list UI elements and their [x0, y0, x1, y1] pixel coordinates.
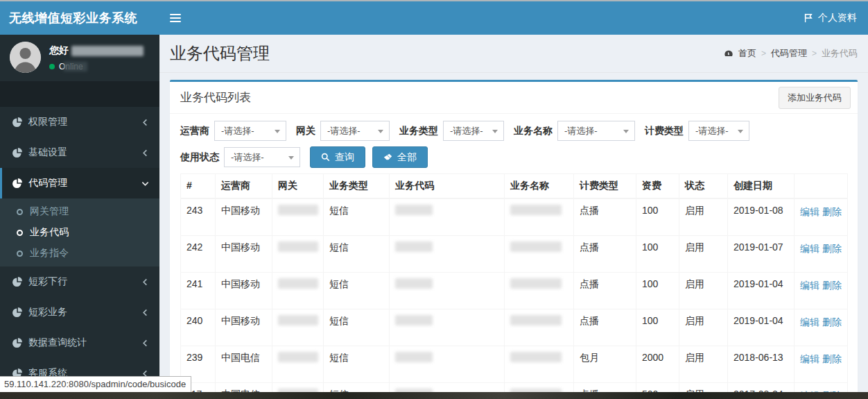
greeting-label: 您好 — [49, 44, 69, 57]
caret-down-icon — [738, 130, 743, 133]
edit-link[interactable]: 编辑 — [800, 206, 819, 217]
table-row: 240中国移动短信点播100启用2019-01-04编辑 删除 — [181, 309, 848, 346]
sidebar-divider — [0, 81, 159, 107]
table-cell-busi_type: 短信 — [324, 382, 390, 392]
table-cell-fee: 100 — [636, 198, 679, 235]
breadcrumb-home[interactable]: 首页 — [738, 47, 756, 60]
column-header: 运营商 — [216, 174, 272, 199]
redacted-value — [278, 278, 318, 289]
column-header: 业务类型 — [324, 174, 390, 199]
redacted-value — [510, 315, 562, 325]
busi-name-select[interactable]: -请选择- — [557, 121, 635, 141]
column-header: 业务名称 — [505, 174, 574, 199]
profile-link[interactable]: 个人资料 — [792, 1, 868, 35]
delete-link[interactable]: 删除 — [822, 280, 842, 291]
table-cell-name — [505, 309, 574, 346]
edit-link[interactable]: 编辑 — [800, 243, 819, 254]
flag-icon — [804, 13, 813, 23]
select-placeholder: -请选择- — [450, 125, 483, 137]
use-status-select[interactable]: -请选择- — [224, 147, 300, 167]
delete-link[interactable]: 删除 — [822, 206, 842, 217]
edit-link[interactable]: 编辑 — [800, 316, 819, 328]
sidebar-item[interactable]: 权限管理 — [0, 107, 159, 137]
billing-type-filter-label: 计费类型 — [645, 125, 684, 137]
table-cell-fee: 100 — [636, 309, 679, 346]
redacted-value — [278, 352, 318, 362]
online-status-label: Online — [59, 62, 83, 71]
table-cell-operator: 中国移动 — [216, 235, 272, 272]
show-all-button[interactable]: 全部 — [372, 146, 428, 168]
table-cell-fee: 100 — [636, 272, 679, 309]
redacted-value — [510, 352, 562, 362]
sidebar-submenu: 网关管理业务代码业务指令 — [0, 198, 159, 266]
edit-link[interactable]: 编辑 — [800, 353, 819, 364]
table-cell-actions: 编辑 删除 — [795, 309, 848, 346]
table-cell-status: 启用 — [679, 382, 728, 392]
table-cell-billing: 点播 — [574, 272, 636, 309]
operator-filter-label: 运营商 — [180, 125, 209, 137]
redacted-value — [395, 315, 433, 325]
sidebar-toggle-button[interactable] — [159, 1, 191, 35]
sidebar-item[interactable]: 代码管理 — [0, 168, 159, 198]
sidebar-item-label: 短彩下行 — [28, 275, 141, 288]
select-placeholder: -请选择- — [221, 125, 254, 137]
table-cell-status: 启用 — [679, 235, 728, 272]
delete-link[interactable]: 删除 — [822, 353, 842, 364]
gateway-select[interactable]: -请选择- — [320, 121, 390, 141]
table-cell-code — [390, 382, 505, 392]
busicode-panel: 业务代码列表 添加业务代码 运营商 -请选择- 网关 -请选 — [170, 80, 858, 392]
table-cell-status: 启用 — [679, 272, 728, 309]
caret-down-icon — [288, 156, 294, 160]
caret-down-icon — [378, 130, 383, 133]
table-cell-code — [390, 309, 505, 346]
table-cell-gateway — [272, 346, 324, 382]
table-cell-busi_type: 短信 — [324, 235, 390, 272]
delete-link[interactable]: 删除 — [822, 316, 842, 328]
content-area: 业务代码管理 首页 > 代码管理 > 业务代码 业务代码列表 添加业务代码 — [159, 35, 868, 392]
table-row: 243中国移动短信点播100启用2019-01-08编辑 删除 — [181, 198, 848, 235]
sidebar-subitem[interactable]: 业务代码 — [0, 222, 159, 243]
column-header: 计费类型 — [574, 174, 636, 199]
select-placeholder: -请选择- — [231, 151, 264, 164]
use-status-filter-label: 使用状态 — [180, 151, 219, 164]
breadcrumb-separator: > — [761, 49, 766, 58]
table-cell-gateway — [272, 272, 324, 309]
sidebar-item[interactable]: 短彩业务 — [0, 297, 159, 328]
panel-title: 业务代码列表 — [180, 91, 251, 104]
redacted-value — [395, 205, 433, 215]
add-busicode-button[interactable]: 添加业务代码 — [779, 87, 851, 109]
operator-select[interactable]: -请选择- — [214, 121, 286, 141]
app-logo[interactable]: 无线增值短彩业务系统 — [0, 1, 159, 35]
table-cell-busi_type: 短信 — [324, 346, 390, 382]
sidebar-item-label: 基础设置 — [28, 146, 141, 159]
table-cell-id: 242 — [181, 235, 216, 272]
sidebar-subitem[interactable]: 业务指令 — [0, 243, 159, 264]
table-cell-billing: 点播 — [574, 235, 636, 272]
breadcrumb-separator: > — [812, 49, 817, 58]
delete-link[interactable]: 删除 — [822, 243, 842, 254]
search-icon — [321, 153, 330, 162]
redacted-value — [510, 241, 562, 252]
table-cell-created: 2017-08-24 — [728, 382, 795, 392]
table-cell-code — [390, 235, 505, 272]
search-button[interactable]: 查询 — [310, 146, 365, 168]
sidebar-menu: 权限管理基础设置代码管理网关管理业务代码业务指令短彩下行短彩业务数据查询统计客服… — [0, 107, 159, 389]
breadcrumb-code-mgmt[interactable]: 代码管理 — [771, 47, 807, 60]
sidebar-item[interactable]: 数据查询统计 — [0, 328, 159, 358]
sidebar-subitem-label: 业务指令 — [30, 247, 69, 260]
select-placeholder: -请选择- — [564, 125, 598, 137]
breadcrumb: 首页 > 代码管理 > 业务代码 — [724, 47, 858, 60]
table-cell-name — [505, 346, 574, 382]
avatar[interactable] — [10, 42, 41, 73]
column-header: 状态 — [679, 174, 728, 199]
sidebar-subitem-label: 业务代码 — [30, 226, 69, 239]
sidebar-item[interactable]: 基础设置 — [0, 137, 159, 168]
table-header-row: #运营商网关业务类型业务代码业务名称计费类型资费状态创建日期 — [181, 174, 848, 199]
sidebar-item[interactable]: 短彩下行 — [0, 266, 159, 297]
edit-link[interactable]: 编辑 — [800, 280, 819, 291]
table-cell-id: 241 — [181, 272, 216, 309]
busi-type-select[interactable]: -请选择- — [443, 121, 504, 141]
table-cell-gateway — [272, 198, 324, 235]
sidebar-subitem[interactable]: 网关管理 — [0, 201, 159, 222]
billing-type-select[interactable]: -请选择- — [688, 121, 749, 141]
